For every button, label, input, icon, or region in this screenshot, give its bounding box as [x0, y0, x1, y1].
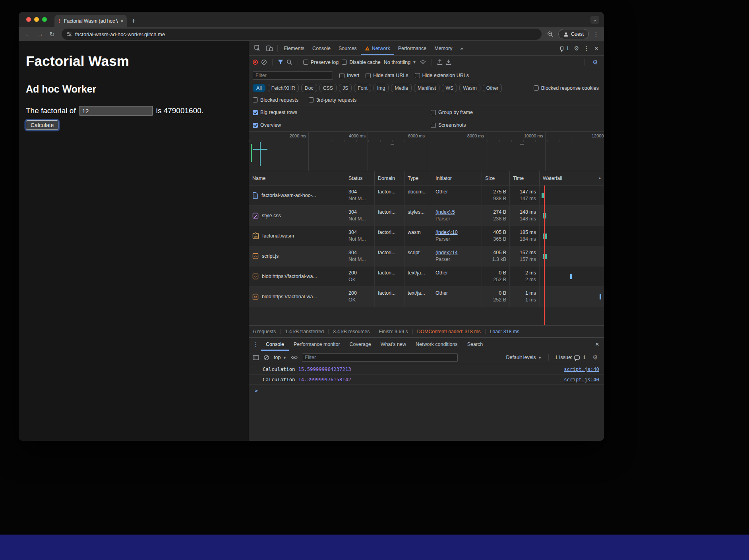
- table-row[interactable]: <> blob:https://factorial-wa... 200OK fa…: [249, 287, 604, 307]
- close-window-button[interactable]: [26, 17, 31, 22]
- drawer-tab-console[interactable]: Console: [261, 338, 289, 351]
- console-prompt[interactable]: >: [249, 385, 604, 394]
- chip-manifest[interactable]: Manifest: [414, 84, 439, 92]
- preserve-log-checkbox[interactable]: Preserve log: [303, 60, 339, 65]
- checkbox-box[interactable]: [339, 73, 345, 78]
- chip-all[interactable]: All: [253, 84, 265, 92]
- table-row[interactable]: style.css 304Not M... factori... styles.…: [249, 206, 604, 226]
- browser-menu-button[interactable]: ⋮: [592, 31, 600, 38]
- checkbox-box[interactable]: [366, 73, 371, 78]
- chip-font[interactable]: Font: [354, 84, 371, 92]
- checkbox-box[interactable]: [253, 110, 258, 115]
- checkbox-box[interactable]: [534, 85, 539, 91]
- table-row[interactable]: <> script.js 304Not M... factori... scri…: [249, 246, 604, 266]
- checkbox-box[interactable]: [342, 60, 347, 65]
- throttling-dropdown[interactable]: No throttling ▼: [384, 60, 416, 65]
- name-cell[interactable]: factorial-wasm-ad-hoc-...: [249, 185, 345, 205]
- filter-icon[interactable]: [278, 60, 283, 65]
- console-message[interactable]: Calculation 14.399999976158142 script.js…: [249, 375, 604, 385]
- zoom-icon[interactable]: [547, 31, 554, 37]
- checkbox-box[interactable]: [253, 123, 258, 128]
- group-by-frame-checkbox[interactable]: Group by frame: [431, 110, 473, 115]
- tab-close-icon[interactable]: ×: [120, 18, 124, 24]
- factorial-input[interactable]: [79, 106, 153, 116]
- third-party-requests-checkbox[interactable]: 3rd-party requests: [309, 97, 356, 103]
- hide-data-urls-checkbox[interactable]: Hide data URLs: [366, 73, 408, 78]
- overview-checkbox[interactable]: Overview: [253, 122, 431, 128]
- chip-js[interactable]: JS: [339, 84, 352, 92]
- minimize-window-button[interactable]: [34, 17, 39, 22]
- chip-wasm[interactable]: Wasm: [459, 84, 480, 92]
- invert-checkbox[interactable]: Invert: [339, 73, 359, 78]
- checkbox-box[interactable]: [431, 123, 436, 128]
- console-sidebar-icon[interactable]: [253, 355, 259, 360]
- tab-console[interactable]: Console: [308, 41, 335, 55]
- initiator-link[interactable]: (index):14: [435, 249, 482, 256]
- eye-icon[interactable]: [291, 355, 298, 360]
- tab-memory[interactable]: Memory: [430, 41, 456, 55]
- clear-console-icon[interactable]: [263, 355, 269, 361]
- checkbox-box[interactable]: [415, 73, 420, 78]
- table-row[interactable]: factorial-wasm-ad-hoc-... 304Not M... fa…: [249, 185, 604, 206]
- network-conditions-icon[interactable]: [420, 60, 426, 65]
- column-header-size[interactable]: Size: [482, 171, 510, 185]
- record-network-log-button[interactable]: [253, 60, 258, 65]
- drawer-tab-coverage[interactable]: Coverage: [345, 338, 376, 351]
- issues-link[interactable]: 1 Issue: 1: [555, 355, 586, 360]
- blocked-requests-checkbox[interactable]: Blocked requests: [253, 97, 298, 103]
- screenshots-checkbox[interactable]: Screenshots: [431, 122, 466, 128]
- checkbox-box[interactable]: [309, 97, 314, 102]
- chip-media[interactable]: Media: [391, 84, 412, 92]
- browser-tab[interactable]: ! Factorial Wasm (ad hoc Worker) ×: [54, 15, 127, 27]
- forward-button[interactable]: →: [35, 29, 46, 40]
- column-header-time[interactable]: Time: [510, 171, 540, 185]
- network-filter-input[interactable]: [253, 71, 333, 80]
- site-settings-icon[interactable]: [66, 31, 72, 37]
- column-header-type[interactable]: Type: [404, 171, 432, 185]
- chip-img[interactable]: Img: [374, 84, 389, 92]
- chip-other[interactable]: Other: [483, 84, 502, 92]
- console-message[interactable]: Calculation 15.599999964237213 script.js…: [249, 364, 604, 375]
- issues-counter-button[interactable]: 1: [559, 43, 571, 54]
- drawer-close-icon[interactable]: ×: [592, 340, 602, 348]
- tab-elements[interactable]: Elements: [280, 41, 308, 55]
- back-button[interactable]: ←: [23, 29, 34, 40]
- checkbox-box[interactable]: [303, 60, 308, 65]
- column-header-name[interactable]: Name: [249, 171, 345, 185]
- drawer-tab-network-conditions[interactable]: Network conditions: [411, 338, 463, 351]
- execution-context-dropdown[interactable]: top ▼: [274, 355, 286, 360]
- devtools-close-icon[interactable]: ×: [591, 44, 602, 52]
- search-icon[interactable]: [286, 59, 292, 65]
- name-cell[interactable]: <> blob:https://factorial-wa...: [249, 266, 345, 286]
- tab-performance[interactable]: Performance: [394, 41, 431, 55]
- network-overview-timeline[interactable]: 2000 ms 4000 ms 6000 ms 8000 ms 10000 ms…: [249, 131, 604, 171]
- profile-button[interactable]: Guest: [558, 29, 589, 39]
- tab-search-button[interactable]: ⌄: [590, 16, 599, 24]
- table-row[interactable]: <> blob:https://factorial-wa... 200OK fa…: [249, 266, 604, 287]
- console-filter-input[interactable]: [302, 353, 458, 362]
- big-request-rows-checkbox[interactable]: Big request rows: [253, 110, 431, 115]
- device-toolbar-icon[interactable]: [263, 43, 275, 54]
- address-bar[interactable]: factorial-wasm-ad-hoc-worker.glitch.me: [62, 29, 542, 40]
- network-settings-icon[interactable]: ⚙: [590, 59, 600, 66]
- reload-button[interactable]: ↻: [46, 29, 58, 40]
- checkbox-box[interactable]: [431, 110, 436, 115]
- devtools-settings-icon[interactable]: ⚙: [571, 45, 582, 52]
- column-header-domain[interactable]: Domain: [375, 171, 404, 185]
- initiator-link[interactable]: (index):10: [435, 229, 482, 236]
- checkbox-box[interactable]: [253, 97, 258, 102]
- fullscreen-window-button[interactable]: [42, 17, 47, 22]
- name-cell[interactable]: WA factorial.wasm: [249, 226, 345, 246]
- import-har-icon[interactable]: [437, 59, 443, 65]
- disable-cache-checkbox[interactable]: Disable cache: [342, 60, 381, 65]
- drawer-menu-icon[interactable]: ⋮: [251, 341, 261, 348]
- drawer-tab-performance-monitor[interactable]: Performance monitor: [289, 338, 345, 351]
- chip-ws[interactable]: WS: [442, 84, 457, 92]
- tab-sources[interactable]: Sources: [335, 41, 361, 55]
- hide-extension-urls-checkbox[interactable]: Hide extension URLs: [415, 73, 469, 78]
- more-tabs-button[interactable]: »: [456, 41, 467, 55]
- name-cell[interactable]: style.css: [249, 206, 345, 226]
- column-header-initiator[interactable]: Initiator: [432, 171, 482, 185]
- name-cell[interactable]: <> script.js: [249, 246, 345, 266]
- console-settings-icon[interactable]: ⚙: [590, 354, 600, 361]
